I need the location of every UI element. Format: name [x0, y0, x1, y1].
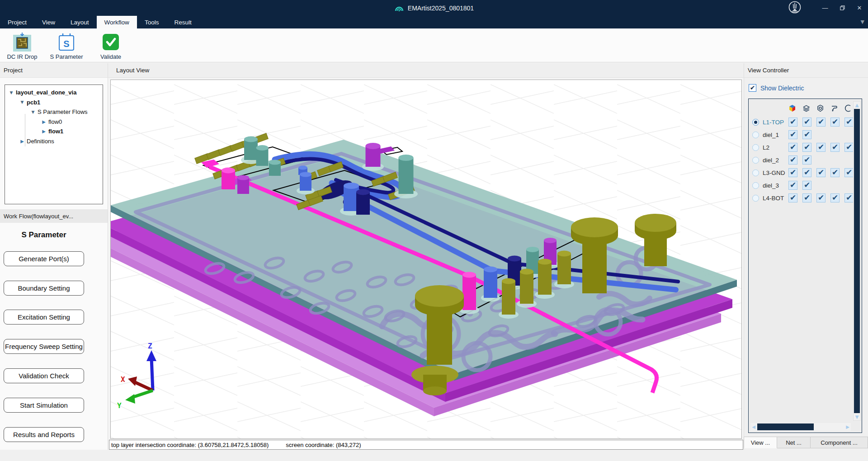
layer-row-diel-1[interactable]: diel_1✔✔ [749, 129, 862, 141]
layer-visibility-checkbox[interactable]: ✔ [816, 143, 826, 152]
layer-row-l2[interactable]: L2✔✔✔✔✔ [749, 141, 862, 153]
layer-radio[interactable] [752, 157, 759, 164]
view-controller-panel: ✔ Show Dielectric L1-TOP✔✔✔✔✔ diel_1✔✔ L… [744, 78, 868, 461]
layer-row-l4-bot[interactable]: L4-BOT✔✔✔✔✔ [749, 192, 862, 204]
pcb-3d-scene: Z X Y [111, 80, 742, 439]
layer-visibility-checkbox[interactable]: ✔ [788, 168, 797, 177]
axis-x-label: X [121, 375, 125, 384]
layer-visibility-checkbox[interactable]: ✔ [788, 130, 797, 139]
layer-visibility-checkbox[interactable]: ✔ [802, 118, 811, 127]
tree-expand-icon[interactable]: ▼ [9, 90, 14, 95]
layer-name: L2 [763, 144, 788, 151]
tab-net[interactable]: Net ... [777, 437, 811, 448]
title-bar: EMArtist2025_0801801 JULIA — ✕ [0, 0, 868, 16]
layer-visibility-checkbox[interactable]: ✔ [830, 143, 840, 152]
dc-ir-drop-tool[interactable]: DC IR Drop [5, 32, 39, 60]
generate-ports-button[interactable]: Generate Port(s) [4, 251, 84, 266]
restore-button[interactable] [834, 0, 851, 16]
menu-layout[interactable]: Layout [63, 16, 97, 28]
validate-tool[interactable]: Validate [94, 32, 127, 60]
excitation-setting-button[interactable]: Excitation Setting [4, 310, 84, 325]
validation-check-button[interactable]: Validation Check [4, 368, 84, 383]
layer-row-l3-gnd[interactable]: L3-GND✔✔✔✔✔ [749, 167, 862, 179]
layer-visibility-checkbox[interactable]: ✔ [844, 168, 854, 177]
tree-item-flow0[interactable]: ▶ flow0 [5, 117, 103, 127]
layer-visibility-checkbox[interactable]: ✔ [816, 193, 826, 202]
close-button[interactable]: ✕ [851, 0, 868, 16]
window-title: EMArtist2025_0801801 [408, 5, 474, 12]
tree-collapse-icon[interactable]: ▶ [19, 139, 25, 144]
s-parameter-icon: S [58, 32, 75, 52]
layer-row-diel-3[interactable]: diel_3✔✔ [749, 179, 862, 191]
results-and-reports-button[interactable]: Results and Reports [4, 427, 84, 442]
boundary-setting-button[interactable]: Boundary Setting [4, 281, 84, 296]
layout-view-header: Layout View [108, 63, 744, 78]
layer-visibility-checkbox[interactable]: ✔ [830, 118, 840, 127]
menu-result[interactable]: Result [166, 16, 199, 28]
tree-expand-icon[interactable]: ▼ [30, 110, 36, 114]
layer-visibility-checkbox[interactable]: ✔ [788, 155, 797, 165]
tree-item-pcb1[interactable]: ▼ pcb1 [5, 98, 103, 108]
layer-visibility-checkbox[interactable]: ✔ [816, 168, 826, 177]
layer-row-diel-2[interactable]: diel_2✔✔ [749, 154, 862, 166]
layer-radio[interactable] [752, 195, 759, 202]
menu-view[interactable]: View [34, 16, 63, 28]
tab-view[interactable]: View ... [744, 437, 777, 448]
tool-label: DC IR Drop [7, 53, 37, 60]
scroll-down-icon[interactable]: ▼ [854, 414, 860, 420]
menu-tools[interactable]: Tools [137, 16, 167, 28]
layer-visibility-checkbox[interactable]: ✔ [788, 193, 797, 202]
axis-z-label: Z [148, 342, 152, 350]
frequency-sweep-setting-button[interactable]: Frequency Sweep Setting [4, 339, 84, 354]
layer-visibility-checkbox[interactable]: ✔ [802, 155, 811, 165]
tab-component[interactable]: Component ... [811, 437, 868, 448]
layer-name: diel_3 [763, 182, 788, 189]
tree-item-flow1[interactable]: ▶ flow1 [5, 127, 103, 136]
layer-visibility-checkbox[interactable]: ✔ [802, 168, 811, 177]
show-dielectric-row[interactable]: ✔ Show Dielectric [749, 84, 804, 92]
menu-overflow-chevron-icon[interactable]: ▼ [861, 19, 864, 25]
layer-visibility-checkbox[interactable]: ✔ [802, 181, 811, 190]
tree-item-layout-eval-done-via[interactable]: ▼ layout_eval_done_via [5, 88, 103, 98]
layer-visibility-checkbox[interactable]: ✔ [802, 130, 811, 139]
svg-text:S: S [63, 39, 69, 49]
layer-visibility-checkbox[interactable]: ✔ [788, 143, 797, 152]
layer-radio[interactable] [752, 169, 759, 176]
layer-radio[interactable] [752, 119, 759, 126]
layer-visibility-checkbox[interactable]: ✔ [844, 193, 854, 202]
horizontal-scroll-thumb[interactable] [757, 423, 814, 430]
layer-visibility-checkbox[interactable]: ✔ [802, 193, 811, 202]
menu-workflow[interactable]: Workflow [97, 16, 137, 28]
layer-radio[interactable] [752, 182, 759, 189]
scroll-up-icon[interactable]: ▲ [854, 102, 860, 108]
layer-visibility-checkbox[interactable]: ✔ [802, 143, 811, 152]
vertical-scrollbar[interactable]: ▲ ▼ [853, 101, 861, 421]
tree-item-definitions[interactable]: ▶ Definitions [5, 136, 103, 146]
tree-collapse-icon[interactable]: ▶ [41, 129, 47, 134]
layer-visibility-checkbox[interactable]: ✔ [830, 168, 840, 177]
tree-item-s-parameter-flows[interactable]: ▼ S Parameter Flows [5, 107, 103, 117]
minimize-button[interactable]: — [816, 0, 834, 16]
layer-visibility-checkbox[interactable]: ✔ [788, 118, 797, 127]
layer-visibility-checkbox[interactable]: ✔ [816, 118, 826, 127]
pcb-3d-viewport[interactable]: Z X Y [110, 80, 742, 439]
scroll-left-icon[interactable]: ◀ [750, 423, 757, 431]
tree-expand-icon[interactable]: ▼ [19, 100, 25, 104]
layer-name: L1-TOP [763, 119, 788, 126]
menu-project[interactable]: Project [0, 16, 34, 28]
show-dielectric-checkbox[interactable]: ✔ [749, 84, 756, 92]
s-parameter-tool[interactable]: S S Parameter [50, 32, 83, 60]
layer-radio[interactable] [752, 144, 759, 151]
bottom-filler [0, 450, 868, 461]
layer-radio[interactable] [752, 132, 759, 138]
layer-visibility-checkbox[interactable]: ✔ [844, 118, 854, 127]
start-simulation-button[interactable]: Start Simulation [4, 398, 84, 413]
layer-row-l1-top[interactable]: L1-TOP✔✔✔✔✔ [749, 116, 862, 128]
vertical-scroll-thumb[interactable] [854, 109, 860, 413]
layer-visibility-checkbox[interactable]: ✔ [788, 181, 797, 190]
horizontal-scrollbar[interactable]: ◀ ▶ [750, 423, 851, 431]
layer-visibility-checkbox[interactable]: ✔ [830, 193, 840, 202]
scroll-right-icon[interactable]: ▶ [844, 423, 851, 431]
layer-visibility-checkbox[interactable]: ✔ [844, 143, 854, 152]
tree-collapse-icon[interactable]: ▶ [41, 119, 47, 124]
